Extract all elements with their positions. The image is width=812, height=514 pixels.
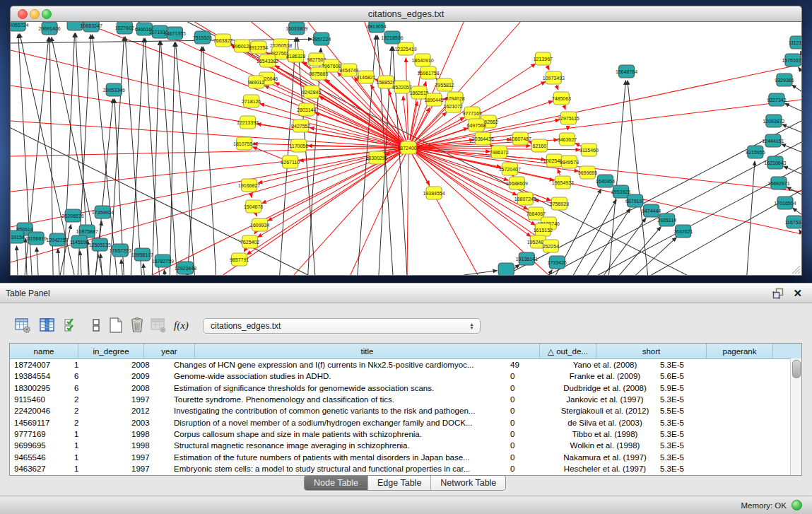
column-header-pagerank[interactable]: pagerank (707, 344, 773, 358)
graph-node[interactable]: 7515526 (193, 31, 212, 44)
graph-node[interactable]: 9756928 (550, 197, 569, 210)
graph-node[interactable]: 14055724 (11, 22, 29, 31)
graph-node[interactable]: 10688609 (506, 177, 528, 189)
graph-node[interactable] (498, 263, 514, 275)
column-header-title[interactable]: title (195, 344, 540, 358)
graph-node[interactable]: 9463627 (558, 133, 577, 146)
graph-node[interactable]: 7625402 (240, 235, 259, 248)
delete-trash-icon[interactable] (129, 317, 146, 334)
table-row[interactable]: 946554611997Estimation of the future num… (10, 451, 801, 462)
graph-node[interactable]: 1615152 (534, 223, 553, 236)
table-row[interactable]: 911546021997Tourette syndrome. Phenomeno… (10, 394, 801, 405)
tab-edge-table[interactable]: Edge Table (368, 476, 431, 490)
graph-node[interactable]: 7986372 (490, 146, 509, 158)
graph-node[interactable]: 19218506 (381, 31, 403, 44)
graph-node[interactable]: 8186328 (286, 49, 305, 62)
graph-node[interactable]: 8215955 (746, 146, 765, 158)
graph-node[interactable]: 19654923 (552, 176, 574, 189)
graph-node[interactable]: 11156819 (25, 232, 47, 245)
graph-node[interactable]: 12325419 (394, 42, 416, 55)
graph-node[interactable]: 16543382 (257, 54, 278, 67)
graph-node[interactable]: 15751074 (782, 54, 801, 66)
graph-node[interactable]: 7857224 (312, 33, 331, 45)
graph-node[interactable]: 16033809 (286, 22, 307, 35)
graph-node[interactable]: 16210643 (764, 156, 786, 169)
table-row[interactable]: 977716911998Corpus callosum shape and si… (10, 428, 801, 440)
graph-node[interactable]: 9329366 (775, 74, 794, 86)
graph-node[interactable]: 8813054 (367, 22, 386, 33)
graph-node[interactable]: 17359924 (92, 206, 114, 218)
graph-node[interactable]: 12213393 (237, 116, 259, 129)
graph-node[interactable]: 9115460 (579, 144, 599, 156)
graph-node[interactable]: 1640954 (596, 175, 615, 187)
column-header-short[interactable]: short (596, 344, 707, 358)
graph-node[interactable]: 2803144 (297, 103, 316, 116)
graph-node[interactable]: 20053346 (103, 83, 125, 96)
function-builder-icon[interactable]: f(x) (174, 317, 195, 334)
graph-node[interactable]: 17016504 (774, 197, 796, 209)
graph-node[interactable]: 1527602 (115, 22, 134, 34)
new-column-icon[interactable] (107, 317, 124, 334)
column-header-year[interactable]: year (144, 344, 195, 358)
table-row[interactable]: 1872400712008Changes of HCN gene express… (10, 359, 801, 370)
graph-node[interactable]: 15720407 (499, 163, 521, 175)
graph-node[interactable]: 7663822 (213, 34, 233, 47)
table-row[interactable]: 1456911722003Disruption of a novel membe… (10, 416, 801, 428)
graph-node[interactable]: 1890445 (424, 93, 443, 106)
graph-node[interactable]: 8912354 (249, 41, 268, 54)
graph-node[interactable]: 6497568 (467, 119, 486, 132)
graph-node[interactable]: 1504678 (244, 200, 263, 213)
graph-node[interactable]: 9777169 (463, 107, 482, 119)
graph-node[interactable]: 9474444 (642, 204, 661, 217)
graph-node[interactable]: 9849578 (560, 156, 579, 168)
graph-node[interactable]: 1145198 (70, 235, 89, 248)
graph-node[interactable]: 8427552 (291, 119, 310, 132)
graph-node[interactable]: 12042757 (47, 233, 69, 246)
graph-node[interactable]: 9146821 (356, 71, 375, 83)
graph-node[interactable]: 18640910 (411, 54, 433, 66)
graph-node[interactable]: 10807487 (510, 132, 531, 145)
row-height-icon[interactable] (88, 317, 105, 334)
graph-node[interactable]: 12975115 (558, 112, 579, 124)
graph-node[interactable]: 9242845 (302, 86, 321, 98)
table-row[interactable]: 946362711997Embryonic stem cells: a mode… (10, 463, 801, 474)
graph-node[interactable]: 20206576 (62, 209, 84, 222)
graph-node[interactable]: 20691406 (39, 22, 61, 35)
close-panel-icon[interactable]: ✕ (793, 288, 802, 298)
graph-node[interactable]: 9875685 (309, 67, 328, 80)
table-row[interactable]: 1830029562008Estimation of significance … (10, 382, 801, 394)
graph-node[interactable]: 1112184 (789, 36, 801, 49)
graph-node[interactable]: 18724007 (397, 141, 419, 154)
graph-node[interactable]: 18300295 (365, 151, 387, 164)
graph-node[interactable]: 19384554 (423, 187, 445, 199)
graph-node[interactable]: 7955812 (435, 78, 454, 91)
graph-node[interactable]: 12923448 (175, 262, 196, 274)
graph-node[interactable]: 1621072 (443, 100, 462, 112)
graph-node[interactable]: 15692971 (767, 177, 789, 189)
table-row[interactable]: 1938455462009Genome-wide association stu… (10, 370, 801, 382)
column-header-name[interactable]: name (10, 344, 78, 358)
tab-network-table[interactable]: Network Table (431, 476, 505, 490)
graph-node[interactable]: 989012 (248, 76, 264, 88)
graph-node[interactable]: 2718126 (242, 95, 261, 107)
graph-node[interactable]: 14671355 (164, 27, 186, 40)
table-settings-icon[interactable] (14, 317, 31, 334)
graph-node[interactable]: 17957223 (110, 244, 131, 257)
graph-node[interactable]: 10653247 (81, 22, 102, 32)
tab-node-table[interactable]: Node Table (305, 476, 368, 490)
graph-node[interactable]: 20364436 (472, 132, 494, 145)
vertical-scrollbar[interactable] (790, 358, 801, 475)
float-panel-icon[interactable] (772, 288, 784, 299)
graph-node[interactable]: 6879197 (625, 194, 645, 207)
graph-node[interactable]: 19136141 (516, 252, 538, 265)
graph-node[interactable]: 12093872 (763, 115, 784, 127)
resize-grip-icon[interactable] (798, 271, 800, 274)
graph-node[interactable]: 7485063 (552, 92, 571, 105)
graph-node[interactable]: 19958107 (131, 248, 153, 261)
graph-node[interactable]: 252254 (543, 240, 559, 252)
graph-node[interactable]: 18807249 (514, 192, 536, 205)
graph-node[interactable]: 16648784 (616, 65, 637, 78)
graph-node[interactable]: 1170056 (289, 139, 308, 152)
graph-node[interactable]: 12505135 (89, 238, 111, 251)
graph-node[interactable]: 939154 (11, 230, 25, 243)
